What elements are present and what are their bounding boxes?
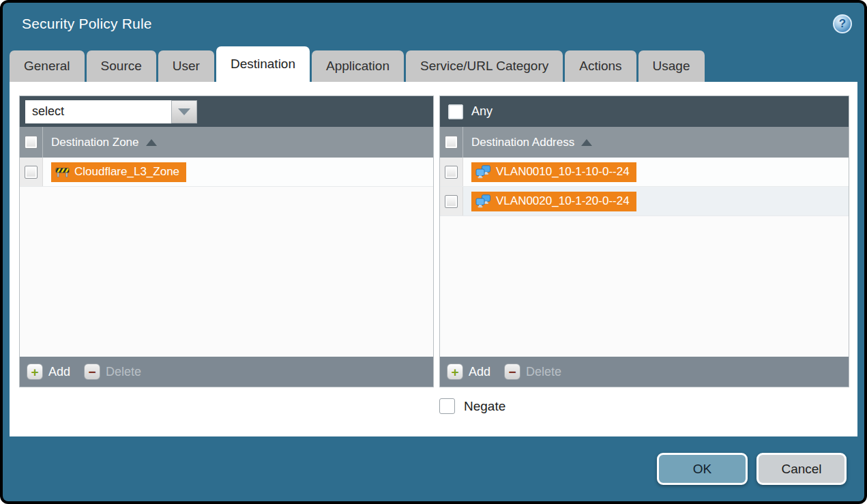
sort-asc-icon — [146, 139, 157, 146]
titlebar: Security Policy Rule ? — [3, 3, 864, 45]
address-delete-button[interactable]: − Delete — [504, 364, 561, 380]
zone-select-all-checkbox[interactable] — [25, 136, 38, 149]
table-row: Cloudflare_L3_Zone — [20, 158, 433, 187]
zone-select-bar — [20, 96, 433, 127]
dialog-title: Security Policy Rule — [22, 16, 152, 32]
table-row: VLAN0010_10-1-10-0--24 — [440, 158, 849, 187]
zone-header-checkbox-cell — [20, 127, 43, 158]
tab-usage[interactable]: Usage — [638, 50, 705, 82]
tab-general[interactable]: General — [10, 50, 85, 82]
tab-actions[interactable]: Actions — [565, 50, 636, 82]
zone-delete-button[interactable]: − Delete — [84, 364, 141, 380]
address-add-label: Add — [469, 365, 490, 379]
dialog-frame: Security Policy Rule ? General Source Us… — [0, 0, 867, 504]
zone-add-button[interactable]: + Add — [27, 364, 70, 380]
address-any-bar: Any — [440, 96, 849, 127]
address-delete-label: Delete — [526, 365, 561, 379]
negate-checkbox[interactable] — [439, 398, 455, 414]
row-checkbox[interactable] — [445, 195, 458, 208]
negate-label: Negate — [464, 399, 505, 414]
tab-destination[interactable]: Destination — [216, 46, 310, 82]
security-policy-rule-dialog: Security Policy Rule ? General Source Us… — [3, 3, 864, 501]
row-checkbox-cell — [440, 158, 463, 186]
address-column-header[interactable]: Destination Address — [440, 127, 849, 158]
address-column-title: Destination Address — [471, 136, 574, 149]
ok-button[interactable]: OK — [657, 453, 748, 485]
table-row: VLAN0020_10-1-20-0--24 — [440, 187, 849, 216]
address-icon — [475, 194, 491, 208]
any-checkbox[interactable] — [448, 104, 463, 119]
tab-source[interactable]: Source — [87, 50, 156, 82]
negate-row: Negate — [439, 398, 857, 414]
tab-content: Destination Zone — [10, 82, 857, 436]
tab-user[interactable]: User — [158, 50, 214, 82]
row-checkbox-cell — [20, 158, 43, 186]
zone-delete-label: Delete — [106, 365, 141, 379]
zone-select — [25, 100, 197, 123]
cancel-button[interactable]: Cancel — [756, 453, 847, 485]
destination-address-panel: Any Destination Address — [439, 95, 849, 387]
address-item[interactable]: VLAN0020_10-1-20-0--24 — [471, 192, 636, 211]
any-label: Any — [471, 104, 493, 119]
zone-item-label: Cloudflare_L3_Zone — [74, 165, 179, 179]
row-checkbox[interactable] — [25, 166, 38, 179]
dialog-footer: OK Cancel — [3, 436, 864, 501]
address-item[interactable]: VLAN0010_10-1-10-0--24 — [471, 162, 636, 182]
zone-column-header[interactable]: Destination Zone — [20, 127, 433, 158]
sort-asc-icon — [581, 139, 592, 146]
chevron-down-icon — [178, 108, 190, 115]
address-panel-footer: + Add − Delete — [440, 357, 849, 387]
panels: Destination Zone — [10, 82, 857, 387]
address-select-all-checkbox[interactable] — [445, 136, 458, 149]
zone-icon — [55, 166, 70, 178]
tab-bar: General Source User Destination Applicat… — [3, 45, 864, 82]
zone-add-label: Add — [48, 365, 70, 379]
address-item-label: VLAN0010_10-1-10-0--24 — [496, 165, 630, 179]
tab-application[interactable]: Application — [312, 50, 404, 82]
address-icon — [475, 165, 491, 179]
zone-panel-footer: + Add − Delete — [20, 357, 433, 387]
zone-list: Cloudflare_L3_Zone — [20, 158, 433, 357]
add-icon: + — [27, 364, 43, 380]
address-list: VLAN0010_10-1-10-0--24 — [440, 158, 849, 357]
help-icon[interactable]: ? — [833, 14, 852, 33]
delete-icon: − — [504, 364, 520, 380]
address-item-label: VLAN0020_10-1-20-0--24 — [496, 194, 630, 208]
address-add-button[interactable]: + Add — [447, 364, 490, 380]
row-checkbox-cell — [440, 187, 463, 216]
destination-zone-panel: Destination Zone — [19, 95, 434, 387]
add-icon: + — [447, 364, 463, 380]
tab-service-url-category[interactable]: Service/URL Category — [406, 50, 563, 82]
zone-item[interactable]: Cloudflare_L3_Zone — [51, 162, 186, 182]
row-checkbox[interactable] — [445, 166, 458, 179]
address-header-checkbox-cell — [440, 127, 463, 158]
delete-icon: − — [84, 364, 100, 380]
zone-column-title: Destination Zone — [51, 136, 139, 149]
zone-select-dropdown-button[interactable] — [171, 100, 197, 123]
zone-select-input[interactable] — [25, 100, 171, 123]
